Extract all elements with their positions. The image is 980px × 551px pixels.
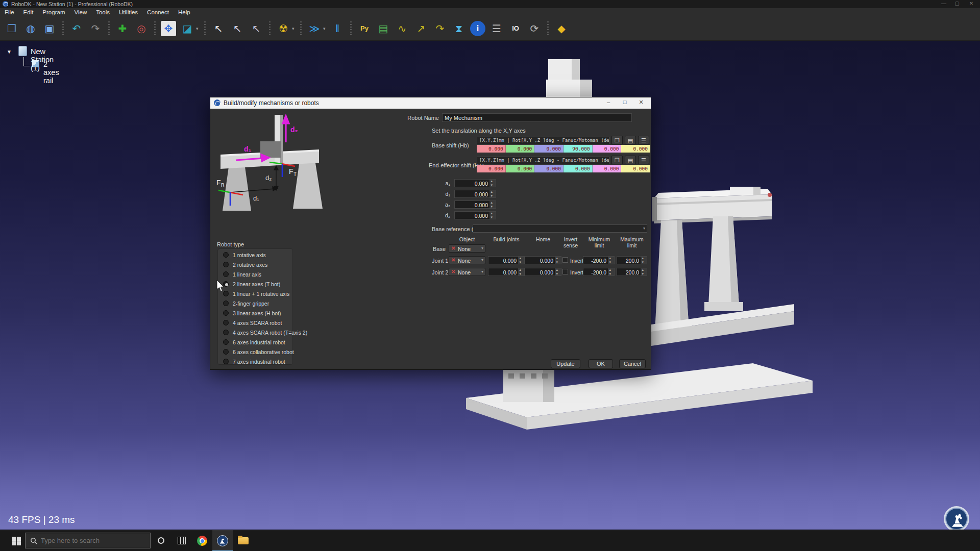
joint1-invert-checkbox[interactable] — [562, 257, 568, 263]
ok-button[interactable]: OK — [589, 359, 613, 368]
base-shift-value-cell[interactable]: 0.000 — [621, 145, 650, 153]
parameter-input[interactable]: 0.000 — [454, 211, 496, 219]
joint1-min-limit-input[interactable]: -200.0 — [583, 256, 615, 264]
tree-expander-icon[interactable]: ▼ — [7, 49, 12, 55]
show-message-instruction-icon[interactable]: i — [470, 21, 485, 36]
joint1-max-limit-input[interactable]: 200.0 — [617, 256, 647, 264]
minimize-icon[interactable]: — — [938, 1, 949, 6]
tool-shift-value-cell[interactable]: 0.000 — [506, 165, 535, 172]
movec-instruction-icon[interactable]: ↷ — [431, 20, 449, 37]
robot-type-option[interactable]: 3 linear axes (H bot) — [218, 308, 292, 318]
run-on-robot-icon[interactable]: ⟳ — [526, 20, 543, 37]
spinner-icon[interactable] — [554, 257, 561, 264]
tool-shift-value-cell[interactable]: 0.000 — [621, 165, 650, 172]
radio-icon[interactable] — [223, 349, 229, 355]
parameter-input[interactable]: 0.000 — [454, 201, 496, 209]
set-io-instruction-icon[interactable]: IO — [507, 20, 524, 37]
add-target-icon[interactable]: ◎ — [133, 20, 150, 37]
robot-type-option[interactable]: 4 axes SCARA robot (T=axis 2) — [218, 328, 292, 337]
add-python-program-icon[interactable]: Py — [356, 20, 373, 37]
robodk-assistant-bubble[interactable] — [944, 506, 969, 530]
joint2-object-dropdown[interactable]: ✕None ▾ — [449, 268, 485, 276]
radio-icon[interactable] — [223, 300, 229, 306]
base-shift-value-cell[interactable]: 90.000 — [564, 145, 593, 153]
update-button[interactable]: Update — [551, 359, 580, 368]
undo-icon[interactable]: ↶ — [68, 20, 85, 37]
joint1-build-input[interactable]: 0.000 — [488, 256, 525, 264]
radio-icon[interactable] — [223, 339, 229, 345]
start-button[interactable] — [12, 537, 21, 545]
spinner-icon[interactable] — [640, 257, 647, 264]
joint2-home-input[interactable]: 0.000 — [525, 268, 561, 276]
dialog-maximize-icon[interactable]: □ — [619, 99, 631, 105]
fast-simulation-icon[interactable]: ≫ — [306, 20, 323, 37]
menu-item[interactable]: Utilities — [114, 8, 142, 17]
rail-object-icon[interactable] — [32, 60, 39, 67]
isometric-view-icon[interactable]: ◪ — [179, 20, 196, 37]
joint1-home-input[interactable]: 0.000 — [525, 256, 561, 264]
radio-icon[interactable] — [223, 320, 229, 325]
menu-item[interactable]: File — [0, 8, 19, 17]
spinner-icon[interactable] — [607, 268, 614, 276]
search-input[interactable] — [41, 533, 147, 548]
tool-pose-format-dropdown[interactable]: [X,Y,Z]mm | Rot[X,Y ,Z ]deg - Fanuc/Moto… — [477, 157, 609, 164]
menu-item[interactable]: Program — [38, 8, 69, 17]
spinner-icon[interactable] — [489, 180, 496, 187]
paste-pose-icon[interactable]: ▤ — [625, 156, 636, 164]
spinner-icon[interactable] — [489, 190, 496, 197]
robot-type-option[interactable]: 1 linear + 1 rotative axis — [218, 289, 292, 298]
check-collisions-icon[interactable]: ☢ — [275, 20, 292, 37]
add-reference-frame-icon[interactable]: ✚ — [114, 20, 131, 37]
redo-icon[interactable]: ↷ — [87, 20, 104, 37]
dialog-title-bar[interactable]: Build/modify mechanisms or robots – □ ✕ — [210, 97, 651, 109]
joint1-object-dropdown[interactable]: ✕None ▾ — [449, 256, 485, 264]
menu-item[interactable]: Tools — [91, 8, 114, 17]
joint2-max-limit-input[interactable]: 200.0 — [617, 268, 647, 276]
fit-to-screen-icon[interactable]: ✥ — [161, 21, 176, 36]
spinner-icon[interactable] — [518, 268, 524, 276]
base-pose-format-dropdown[interactable]: [X,Y,Z]mm | Rot[X,Y ,Z ]deg - Fanuc/Moto… — [477, 137, 609, 144]
tool-shift-value-cell[interactable]: 0.000 — [564, 165, 593, 172]
paste-pose-icon[interactable]: ▤ — [625, 136, 636, 144]
dialog-close-icon[interactable]: ✕ — [635, 99, 647, 106]
base-shift-value-cell[interactable]: 0.000 — [506, 145, 535, 153]
pause-simulation-icon[interactable]: ‖ — [329, 20, 346, 37]
robot-type-option[interactable]: 6 axes collaborative robot — [218, 347, 292, 357]
move-robot-tool-icon[interactable]: ↖ — [248, 20, 265, 37]
menu-item[interactable]: Help — [174, 8, 195, 17]
cancel-button[interactable]: Cancel — [619, 359, 646, 368]
tree-item-rail[interactable]: 2 axes rail — [43, 60, 59, 85]
robodk-taskbar-button[interactable] — [212, 530, 233, 551]
robot-name-input[interactable] — [442, 113, 632, 122]
spinner-icon[interactable] — [607, 257, 614, 264]
joint2-invert-checkbox[interactable] — [562, 269, 568, 274]
joint2-min-limit-input[interactable]: -200.0 — [583, 268, 615, 276]
spinner-icon[interactable] — [489, 212, 496, 219]
radio-icon[interactable] — [223, 262, 229, 267]
dialog-minimize-icon[interactable]: – — [602, 99, 615, 105]
menu-item[interactable]: Connect — [142, 8, 174, 17]
robot-type-option[interactable]: 2-finger gripper — [218, 298, 292, 308]
open-online-library-icon[interactable]: ◍ — [22, 20, 39, 37]
copy-pose-icon[interactable]: ❐ — [611, 156, 623, 164]
tool-shift-value-cell[interactable]: 0.000 — [477, 165, 506, 172]
robot-type-option[interactable]: 7 axes industrial robot — [218, 357, 292, 366]
chrome-button[interactable] — [192, 530, 212, 551]
chevron-down-icon[interactable]: ▾ — [323, 26, 327, 31]
save-station-icon[interactable]: ▣ — [41, 20, 58, 37]
robot-type-option[interactable]: 1 linear axis — [218, 269, 292, 279]
spinner-icon[interactable] — [640, 268, 647, 276]
menu-item[interactable]: Edit — [19, 8, 38, 17]
file-explorer-button[interactable] — [233, 530, 253, 551]
maximize-icon[interactable]: ▢ — [951, 1, 963, 6]
movej-instruction-icon[interactable]: ∿ — [394, 20, 411, 37]
robot-type-option[interactable]: 2 linear axes (T bot) — [218, 279, 292, 289]
robot-type-option[interactable]: 4 axes SCARA robot — [218, 318, 292, 328]
radio-icon[interactable] — [223, 330, 229, 335]
spinner-icon[interactable] — [554, 268, 561, 276]
spinner-icon[interactable] — [489, 201, 496, 208]
chevron-down-icon[interactable]: ▾ — [196, 26, 200, 31]
move-reference-icon[interactable]: ↖ — [229, 20, 246, 37]
base-shift-value-cell[interactable]: 0.000 — [477, 145, 506, 153]
radio-icon[interactable] — [223, 310, 229, 316]
